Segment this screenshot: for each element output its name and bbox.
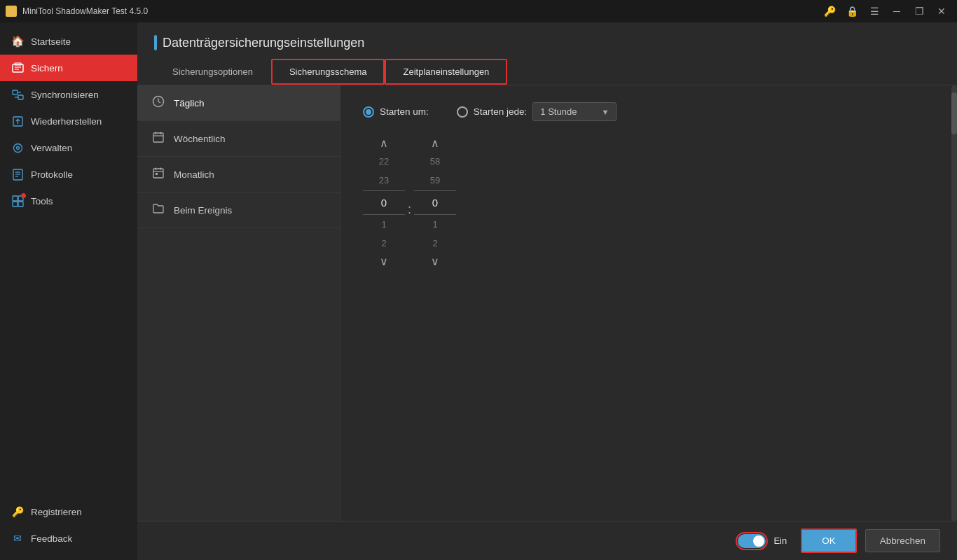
minutes-minus2: 58: [430, 152, 440, 171]
schedule-label-monatlich: Monatlich: [174, 169, 214, 180]
clock-icon: [151, 95, 165, 111]
calendar-month-icon: [151, 167, 165, 182]
sidebar-label-verwalten: Verwalten: [31, 143, 72, 153]
sidebar-item-startseite[interactable]: 🏠 Startseite: [0, 28, 137, 55]
folder-event-icon: [151, 202, 165, 218]
sidebar-item-sichern[interactable]: Sichern: [0, 55, 137, 81]
sidebar-item-registrieren[interactable]: 🔑 Registrieren: [0, 498, 137, 525]
calendar-week-icon: [151, 131, 165, 146]
hours-up-button[interactable]: ∧: [373, 135, 395, 152]
titlebar-controls: 🔑 🔒 ☰ ─ ❐ ✕: [820, 1, 951, 21]
hours-minus1: 23: [379, 171, 389, 190]
hours-down-button[interactable]: ∨: [373, 253, 395, 270]
hours-plus1: 1: [381, 215, 386, 234]
scrollbar-track: [951, 85, 957, 521]
schedule-item-beim-ereignis[interactable]: Beim Ereignis: [137, 192, 340, 228]
hours-value-list: 22 23 0 1 2: [363, 152, 405, 253]
svg-rect-21: [18, 202, 23, 206]
sidebar-item-wiederherstellen[interactable]: Wiederherstellen: [0, 108, 137, 134]
minutes-plus1: 1: [432, 215, 437, 234]
minutes-value-list: 58 59 0 1 2: [414, 152, 456, 253]
toggle-wrapper: [736, 532, 768, 550]
time-colon: :: [405, 202, 414, 217]
hours-minus2: 22: [379, 152, 389, 171]
schedule-label-beim-ereignis: Beim Ereignis: [174, 205, 232, 216]
minutes-column: ∧ 58 59 0 1 2 ∨: [414, 135, 456, 270]
sidebar-item-protokolle[interactable]: Protokolle: [0, 161, 137, 188]
accent-bar: [154, 35, 157, 50]
chevron-down-icon: ▼: [601, 108, 609, 116]
panel-body: Täglich Wöchentlich: [137, 85, 957, 521]
sidebar-label-feedback: Feedback: [31, 533, 72, 544]
svg-text:M: M: [9, 9, 13, 14]
sidebar-item-verwalten[interactable]: Verwalten: [0, 134, 137, 161]
radio-label-starten-jede: Starten jede:: [474, 106, 528, 117]
interval-dropdown[interactable]: 1 Stunde ▼: [532, 102, 617, 121]
radio-starten-um[interactable]: Starten um:: [363, 106, 429, 118]
schedule-item-woechentlich[interactable]: Wöchentlich: [137, 121, 340, 157]
toggle-thumb: [753, 536, 764, 547]
sidebar-bottom: 🔑 Registrieren ✉ Feedback: [0, 498, 137, 560]
svg-rect-7: [18, 95, 23, 99]
close-button[interactable]: ✕: [932, 1, 951, 21]
schedule-item-taeglich[interactable]: Täglich: [137, 85, 340, 121]
content-area: Datenträgersicherungseinstellungen Siche…: [137, 22, 957, 560]
radio-label-starten-um: Starten um:: [380, 106, 429, 117]
tab-sicherungsschema[interactable]: Sicherungsschema: [271, 59, 385, 85]
schedule-item-monatlich[interactable]: Monatlich: [137, 157, 340, 192]
menu-icon[interactable]: ☰: [865, 1, 884, 21]
titlebar: M MiniTool ShadowMaker Test 4.5.0 🔑 🔒 ☰ …: [0, 0, 957, 22]
sidebar-label-startseite: Startseite: [31, 36, 71, 47]
radio-circle-starten-um: [363, 106, 374, 118]
svg-line-24: [158, 102, 160, 103]
lock-icon[interactable]: 🔒: [842, 1, 862, 21]
sidebar-label-tools: Tools: [31, 196, 53, 206]
minutes-up-button[interactable]: ∧: [424, 135, 446, 152]
toggle-container: Ein: [736, 532, 787, 550]
key-icon[interactable]: 🔑: [820, 1, 839, 21]
schedule-list: Täglich Wöchentlich: [137, 85, 340, 521]
svg-rect-29: [153, 169, 163, 178]
enable-toggle[interactable]: [738, 534, 766, 548]
tools-notification-dot: [21, 193, 26, 198]
radio-circle-starten-jede: [457, 106, 468, 118]
tab-sicherungsoptionen[interactable]: Sicherungsoptionen: [154, 59, 271, 85]
schedule-label-taeglich: Täglich: [174, 98, 205, 108]
backup-icon: [11, 62, 24, 74]
app-title: MiniTool ShadowMaker Test 4.5.0: [22, 6, 148, 16]
svg-rect-18: [13, 196, 18, 201]
tabs-row: Sicherungsoptionen Sicherungsschema Zeit…: [137, 59, 957, 85]
time-picker: ∧ 22 23 0 1 2 ∨ : ∧: [363, 135, 935, 270]
sidebar-label-protokolle: Protokolle: [31, 169, 73, 180]
detail-panel: Starten um: Starten jede: 1 Stunde ▼: [340, 85, 957, 521]
hours-current: 0: [363, 190, 405, 215]
svg-point-12: [13, 144, 22, 152]
sidebar-label-wiederherstellen: Wiederherstellen: [31, 116, 102, 127]
minutes-minus1: 59: [430, 171, 440, 190]
minimize-button[interactable]: ─: [887, 1, 907, 21]
tools-icon: [11, 195, 24, 207]
key-sidebar-icon: 🔑: [11, 505, 24, 518]
restore-button[interactable]: ❐: [909, 1, 929, 21]
toggle-label: Ein: [773, 536, 787, 546]
cancel-button[interactable]: Abbrechen: [865, 529, 940, 552]
svg-rect-20: [13, 202, 18, 206]
app-body: 🏠 Startseite Sichern: [0, 22, 957, 560]
scrollbar-thumb[interactable]: [951, 92, 957, 134]
sidebar-item-synchronisieren[interactable]: Synchronisieren: [0, 81, 137, 108]
mail-icon: ✉: [11, 532, 24, 545]
sidebar-item-feedback[interactable]: ✉ Feedback: [0, 525, 137, 552]
sidebar-label-synchronisieren: Synchronisieren: [31, 90, 99, 100]
schedule-label-woechentlich: Wöchentlich: [174, 134, 226, 144]
svg-point-13: [16, 146, 19, 149]
radio-row: Starten um: Starten jede: 1 Stunde ▼: [363, 102, 935, 121]
radio-starten-jede[interactable]: Starten jede: 1 Stunde ▼: [457, 102, 617, 121]
minutes-down-button[interactable]: ∨: [424, 253, 446, 270]
sync-icon: [11, 88, 24, 101]
sidebar-item-tools[interactable]: Tools: [0, 188, 137, 214]
ok-button[interactable]: OK: [801, 528, 857, 553]
tab-zeitplaneinstellungen[interactable]: Zeitplaneinstellungen: [385, 59, 507, 85]
manage-icon: [11, 141, 24, 154]
log-icon: [11, 168, 24, 181]
svg-rect-2: [13, 64, 23, 72]
